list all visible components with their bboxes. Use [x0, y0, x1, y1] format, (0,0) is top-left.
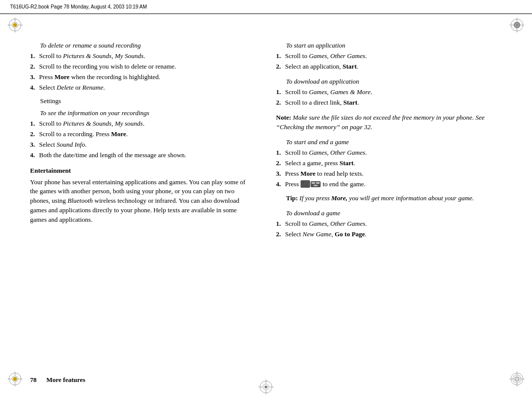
list-item: 2. Scroll to a recording. Press More.: [30, 130, 251, 139]
item-text: Select Sound Info.: [39, 140, 251, 150]
download-game-list: 1. Scroll to Games, Other Games. 2. Sele…: [276, 219, 502, 239]
section-start-app: To start an application 1. Scroll to Gam…: [276, 42, 502, 72]
footer: 78 More features: [30, 376, 85, 384]
item-text: Press More to read help texts.: [285, 169, 502, 179]
svg-rect-37: [311, 181, 321, 187]
end-key-icon: [310, 181, 321, 188]
left-column: To delete or rename a sound recording 1.…: [0, 14, 266, 404]
note-label: Note:: [276, 114, 291, 121]
list-item: 4. Both the date/time and length of the …: [30, 151, 251, 160]
start-app-list: 1. Scroll to Games, Other Games. 2. Sele…: [276, 52, 502, 72]
item-num: 3.: [30, 140, 38, 150]
section-download-game: To download a game 1. Scroll to Games, O…: [276, 209, 502, 239]
list-item: 1. Scroll to Games, Games & More.: [276, 88, 502, 97]
end-button-icon: 📞: [301, 180, 310, 188]
item-text: Press 📞 to end the game.: [285, 180, 502, 189]
list-item: 1. Scroll to Pictures & Sounds, My sound…: [30, 119, 251, 129]
list-item: 1. Scroll to Games, Other Games.: [276, 148, 502, 158]
info-list: 1. Scroll to Pictures & Sounds, My sound…: [30, 119, 251, 160]
download-app-list: 1. Scroll to Games, Games & More. 2. Scr…: [276, 88, 502, 108]
list-item: 3. Press More to read help texts.: [276, 169, 502, 179]
item-num: 2.: [30, 62, 38, 72]
item-num: 1.: [30, 119, 38, 129]
svg-rect-39: [316, 182, 320, 184]
list-item: 4. Select Delete or Rename.: [30, 83, 251, 93]
item-text: Scroll to Games, Other Games.: [285, 219, 502, 229]
list-item: 4. Press 📞 to end the game.: [276, 180, 502, 189]
section-title-download-app: To download an application: [286, 78, 502, 86]
delete-list: 1. Scroll to Pictures & Sounds, My Sound…: [30, 52, 251, 92]
item-num: 2.: [276, 159, 284, 168]
item-num: 3.: [30, 73, 38, 82]
entertainment-section: Entertainment Your phone has several ent…: [30, 166, 251, 225]
item-num: 1.: [276, 88, 284, 97]
item-num: 1.: [276, 219, 284, 229]
item-text: Select Delete or Rename.: [39, 83, 251, 93]
section-title-download-game: To download a game: [286, 209, 502, 217]
section-download-app: To download an application 1. Scroll to …: [276, 78, 502, 108]
item-text: Press More when the recording is highlig…: [39, 73, 251, 82]
item-num: 3.: [276, 169, 284, 179]
tip-block: Tip: If you press More, you will get mor…: [286, 194, 502, 203]
svg-rect-40: [314, 185, 318, 186]
section-start-game: To start and end a game 1. Scroll to Gam…: [276, 138, 502, 189]
footer-text: More features: [47, 376, 86, 383]
item-text: Select a game, press Start.: [285, 159, 502, 168]
list-item: 3. Press More when the recording is high…: [30, 73, 251, 82]
list-item: 2. Select an application, Start.: [276, 62, 502, 72]
page-number: 78: [30, 376, 37, 383]
list-item: 2. Scroll to a direct link, Start.: [276, 98, 502, 108]
item-text: Select an application, Start.: [285, 62, 502, 72]
item-num: 4.: [30, 83, 38, 93]
header-text: T616UG-R2.book Page 78 Monday, August 4,…: [10, 4, 147, 10]
note-block: Note: Make sure the file sizes do not ex…: [276, 113, 502, 132]
item-text: Scroll to a direct link, Start.: [285, 98, 502, 108]
item-text: Select New Game, Go to Page.: [285, 230, 502, 239]
item-num: 2.: [276, 62, 284, 72]
list-item: 3. Select Sound Info.: [30, 140, 251, 150]
header-bar: T616UG-R2.book Page 78 Monday, August 4,…: [0, 0, 532, 14]
start-game-list: 1. Scroll to Games, Other Games. 2. Sele…: [276, 148, 502, 189]
item-text: Scroll to a recording. Press More.: [39, 130, 251, 139]
page: T616UG-R2.book Page 78 Monday, August 4,…: [0, 0, 532, 404]
content-area: To delete or rename a sound recording 1.…: [0, 14, 532, 404]
section-delete-rename: To delete or rename a sound recording 1.…: [30, 42, 251, 92]
item-num: 2.: [30, 130, 38, 139]
section-title-start-game: To start and end a game: [286, 138, 502, 146]
item-text: Scroll to Pictures & Sounds, My Sounds.: [39, 52, 251, 61]
item-num: 2.: [276, 98, 284, 108]
list-item: 2. Select New Game, Go to Page.: [276, 230, 502, 239]
section-info: To see the information on your recording…: [30, 109, 251, 160]
list-item: 2. Scroll to the recording you wish to d…: [30, 62, 251, 72]
item-text: Both the date/time and length of the mes…: [39, 151, 251, 160]
list-item: 2. Select a game, press Start.: [276, 159, 502, 168]
item-num: 1.: [276, 52, 284, 61]
item-num: 1.: [276, 148, 284, 158]
section-title-start-app: To start an application: [286, 42, 502, 50]
item-num: 4.: [276, 180, 284, 189]
svg-rect-38: [312, 182, 315, 184]
list-item: 1. Scroll to Games, Other Games.: [276, 52, 502, 61]
list-item: 1. Scroll to Pictures & Sounds, My Sound…: [30, 52, 251, 61]
item-num: 1.: [30, 52, 38, 61]
entertainment-body: Your phone has several entertaining appl…: [30, 178, 251, 225]
item-text: Scroll to Games, Other Games.: [285, 148, 502, 158]
item-text: Scroll to Pictures & Sounds, My sounds.: [39, 119, 251, 129]
tip-label: Tip:: [286, 194, 298, 202]
item-text: Scroll to the recording you wish to dele…: [39, 62, 251, 72]
item-num: 2.: [276, 230, 284, 239]
right-column: To start an application 1. Scroll to Gam…: [266, 14, 532, 404]
list-item: 1. Scroll to Games, Other Games.: [276, 219, 502, 229]
item-text: Scroll to Games, Other Games.: [285, 52, 502, 61]
settings-label: Settings: [40, 97, 251, 105]
item-text: Scroll to Games, Games & More.: [285, 88, 502, 97]
item-num: 4.: [30, 151, 38, 160]
section-title-delete: To delete or rename a sound recording: [40, 42, 251, 50]
section-title-info: To see the information on your recording…: [40, 109, 251, 117]
entertainment-heading: Entertainment: [30, 166, 251, 176]
